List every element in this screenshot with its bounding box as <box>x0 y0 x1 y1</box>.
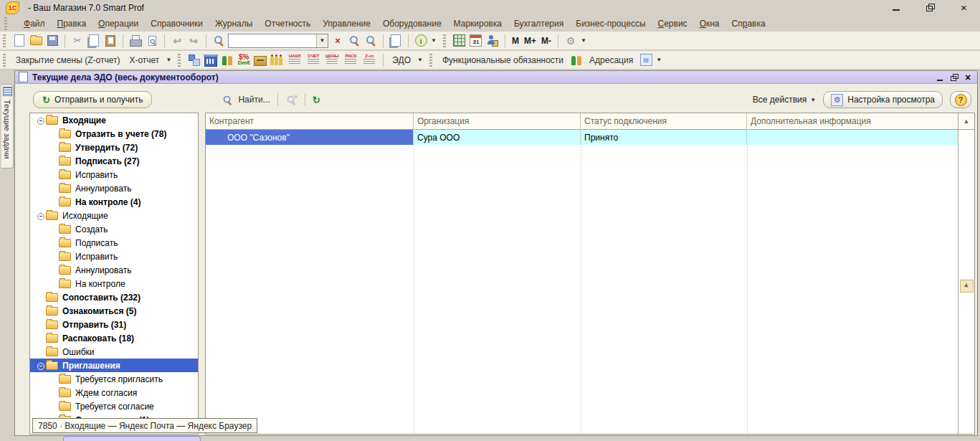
addressing-icon[interactable]: ▤ <box>639 53 653 67</box>
find-next-icon[interactable] <box>347 34 361 48</box>
find-previous-icon[interactable] <box>363 34 378 48</box>
menu-item[interactable]: Журналы <box>215 19 252 29</box>
clear-search-icon[interactable]: × <box>330 34 345 48</box>
stamp-icon-РАСХ[interactable]: РАСХ <box>342 54 359 67</box>
table-scrollbar-strip[interactable]: ▲ <box>958 113 974 434</box>
stamp-icon-Z-от[interactable]: Z-от <box>361 54 378 67</box>
tree-item[interactable]: Ошибки <box>30 345 198 359</box>
menu-item[interactable]: Отчетность <box>265 19 310 29</box>
menu-item[interactable]: Файл <box>24 19 45 29</box>
column-header[interactable]: Контрагент <box>206 113 414 129</box>
column-header[interactable]: Дополнительная информация <box>747 113 960 129</box>
expander-icon[interactable] <box>36 361 46 371</box>
copy-icon[interactable] <box>87 34 101 48</box>
functional-duties-icon[interactable] <box>569 53 584 67</box>
new-document-icon[interactable] <box>12 34 27 48</box>
tree-item[interactable]: Ждем согласия <box>30 386 198 399</box>
toolbar-gripper[interactable] <box>3 34 6 47</box>
m-minus-button[interactable]: M- <box>540 36 553 46</box>
tree-item[interactable]: Приглашения <box>30 359 198 372</box>
window-close-button[interactable]: × <box>964 73 972 82</box>
toolbar-gripper-2[interactable] <box>443 34 446 47</box>
tree-item[interactable]: Отразить в учете (78) <box>30 127 198 141</box>
clear-find-icon[interactable]: × <box>286 94 297 105</box>
open-icon[interactable] <box>29 34 43 48</box>
table-row[interactable]: ООО "Сазонов"Сура ОООПринято <box>206 130 974 145</box>
info-dropdown-icon[interactable]: ▼ <box>431 37 437 44</box>
store-icon[interactable] <box>204 53 218 67</box>
menu-item[interactable]: Оборудование <box>383 19 442 29</box>
scroll-marker-button[interactable] <box>960 280 974 293</box>
x-report-button[interactable]: Х-отчет <box>125 55 163 65</box>
menu-item[interactable]: Операции <box>98 19 138 29</box>
column-header[interactable]: Организация <box>414 113 581 129</box>
tree-item[interactable]: Исправить <box>30 168 198 181</box>
all-actions-button[interactable]: Все действия ▼ <box>753 95 816 105</box>
find-button[interactable]: Найти... <box>238 95 270 105</box>
menu-item[interactable]: Бизнес-процессы <box>576 19 645 29</box>
calculator-icon[interactable] <box>452 34 467 48</box>
currencies-icon[interactable]: $%Dm€ <box>237 53 251 67</box>
tree-item[interactable]: Распаковать (18) <box>30 331 198 345</box>
functional-duties-button[interactable]: Функциональные обязанности <box>439 55 567 65</box>
close-button[interactable]: × <box>959 3 969 12</box>
menu-item[interactable]: Бухгалтерия <box>514 19 563 29</box>
send-receive-button[interactable]: ↻ Отправить и получить <box>33 91 152 108</box>
save-icon[interactable] <box>45 34 60 48</box>
menu-item[interactable]: Правка <box>57 19 87 29</box>
calendar-icon[interactable]: 31 <box>469 34 483 48</box>
service-wrench-icon[interactable]: ⚙ <box>563 34 578 48</box>
cut-icon[interactable]: ✂ <box>70 34 85 48</box>
addressing-button[interactable]: Адресация <box>586 55 637 65</box>
search-combobox[interactable]: ▼ <box>228 34 328 48</box>
column-header[interactable]: Статус подключения <box>581 113 747 129</box>
print-preview-icon[interactable] <box>145 34 159 48</box>
table-cell[interactable] <box>747 130 960 145</box>
view-settings-button[interactable]: ⚙ Настройка просмотра <box>823 91 943 108</box>
tree-item[interactable]: Аннулировать <box>30 181 198 195</box>
components-icon[interactable] <box>187 53 201 67</box>
close-shift-button[interactable]: Закрытие смены (Z-отчет) <box>12 55 123 65</box>
tree-item[interactable]: На контроле <box>30 277 198 290</box>
tree-item[interactable]: Требуется согласие <box>30 399 198 413</box>
tree-item[interactable]: Требуется пригласить <box>30 372 198 386</box>
table-cell[interactable]: Принято <box>581 130 747 145</box>
refresh-icon[interactable]: ↻ <box>313 95 320 105</box>
tree-item[interactable]: Аннулировать <box>30 263 198 277</box>
tree-item[interactable]: Отправить (31) <box>30 318 198 331</box>
undo-icon[interactable]: ↩ <box>170 34 184 48</box>
stamp-icon-ЦЕНЫ[interactable]: ЦЕНЫ <box>323 54 341 67</box>
menu-item[interactable]: Управление <box>323 19 371 29</box>
table-cell[interactable]: ООО "Сазонов" <box>206 130 414 145</box>
tree-item[interactable]: Входящие <box>30 113 198 127</box>
find-icon[interactable] <box>222 94 233 105</box>
help-button[interactable]: ? <box>950 91 971 108</box>
addressing-dropdown-icon[interactable]: ▼ <box>656 57 662 63</box>
menu-item[interactable]: Маркировка <box>454 19 502 29</box>
tree-item[interactable]: Сопоставить (232) <box>30 290 198 304</box>
user-permissions-icon[interactable] <box>485 34 500 48</box>
window-minimize-button[interactable] <box>936 73 945 82</box>
shop-toolbar-gripper-2[interactable] <box>178 54 181 67</box>
tree-item[interactable]: Ознакомиться (5) <box>30 304 198 318</box>
tree-item[interactable]: Исправить <box>30 250 198 263</box>
expander-icon[interactable] <box>36 211 46 221</box>
m-plus-button[interactable]: M+ <box>523 36 538 46</box>
tree-item[interactable]: Исходящие <box>30 209 198 222</box>
employees-icon[interactable] <box>270 53 284 67</box>
m-button[interactable]: M <box>510 36 520 46</box>
sort-indicator-icon[interactable]: ▲ <box>958 113 974 130</box>
tree-item[interactable]: Утвердить (72) <box>30 141 198 154</box>
tree-item[interactable]: Подписать (27) <box>30 154 198 168</box>
reports-dropdown-icon[interactable]: ▼ <box>166 57 171 63</box>
shop-toolbar-gripper[interactable] <box>3 54 6 67</box>
print-icon[interactable] <box>128 34 143 48</box>
menu-gripper[interactable] <box>4 17 7 30</box>
paste-icon[interactable] <box>103 34 118 48</box>
documents-drawer-icon[interactable] <box>253 53 267 67</box>
wrench-dropdown-icon[interactable]: ▼ <box>581 37 586 44</box>
expander-icon[interactable] <box>36 115 46 125</box>
edo-dropdown-icon[interactable]: ▼ <box>417 57 423 63</box>
shop-toolbar-gripper-3[interactable] <box>429 54 432 67</box>
stamp-icon-НАКЛ[interactable]: НАКЛ <box>286 54 303 67</box>
